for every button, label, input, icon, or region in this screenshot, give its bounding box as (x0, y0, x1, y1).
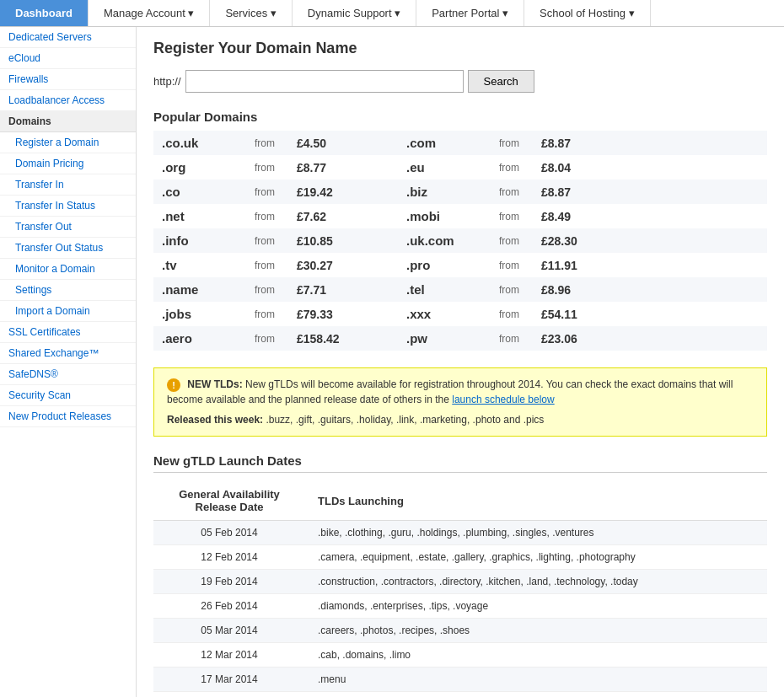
launch-date: 05 Mar 2014 (153, 619, 305, 643)
launch-row: 12 Feb 2014 .camera, .equipment, .estate… (153, 545, 767, 570)
sidebar-item-security-scan[interactable]: Security Scan (0, 385, 136, 406)
from-label-left: from (255, 137, 275, 149)
from-label-left: from (255, 186, 275, 198)
released-items: .buzz, .gift, .guitars, .holiday, .link,… (266, 414, 544, 426)
from-label-right: from (499, 333, 519, 345)
price-left: £30.27 (297, 259, 333, 272)
launch-table-header-tlds: TLDs Launching (305, 481, 767, 521)
domain-ext-left: .co.uk (162, 136, 198, 150)
from-label-right: from (499, 260, 519, 271)
launch-tlds: .cab, .domains, .limo (305, 643, 767, 668)
domain-ext-right: .mobi (406, 209, 440, 223)
from-label-right: from (499, 137, 519, 149)
sidebar-item-ecloud[interactable]: eCloud (0, 48, 136, 69)
page-title: Register Your Domain Name (153, 40, 767, 57)
sidebar-item-ssl-certificates[interactable]: SSL Certificates (0, 322, 136, 343)
price-right: £8.87 (541, 137, 571, 150)
price-left: £8.77 (297, 161, 326, 174)
price-right: £8.49 (541, 210, 571, 223)
price-right: £8.04 (541, 161, 571, 174)
domain-row: .org from £8.77 .eu from £8.04 (153, 155, 767, 180)
sidebar-item-domain-pricing[interactable]: Domain Pricing (0, 153, 136, 174)
launch-tlds: .careers, .photos, .recipes, .shoes (305, 619, 767, 643)
sidebar-item-new-product-releases[interactable]: New Product Releases (0, 406, 136, 427)
sidebar-item-dedicated-servers[interactable]: Dedicated Servers (0, 27, 136, 48)
nav-school-of-hosting[interactable]: School of Hosting ▾ (524, 0, 651, 26)
notice-icon: ! (167, 378, 180, 392)
sidebar-item-transfer-in-status[interactable]: Transfer In Status (0, 196, 136, 217)
from-label-right: from (499, 162, 519, 174)
domain-ext-left: .aero (162, 331, 192, 346)
page-layout: Dedicated Servers eCloud Firewalls Loadb… (0, 27, 784, 697)
domain-ext-left: .jobs (162, 307, 191, 321)
launch-tlds: .construction, .contractors, .directory,… (305, 570, 767, 594)
domain-row: .info from £10.85 .uk.com from £28.30 (153, 228, 767, 253)
domain-ext-left: .net (162, 209, 185, 223)
domain-ext-right: .biz (406, 185, 427, 199)
from-label-left: from (255, 260, 275, 271)
sidebar-item-shared-exchange[interactable]: Shared Exchange™ (0, 343, 136, 364)
launch-row: 17 Mar 2014 .menu (153, 668, 767, 692)
domain-ext-left: .tv (162, 258, 177, 272)
price-right: £28.30 (541, 234, 577, 248)
domain-ext-right: .uk.com (406, 233, 454, 248)
released-this-week: Released this week: .buzz, .gift, .guita… (167, 412, 754, 427)
sidebar-item-transfer-out[interactable]: Transfer Out (0, 217, 136, 238)
domain-row: .aero from £158.42 .pw from £23.06 (153, 326, 767, 351)
sidebar-item-import-domain[interactable]: Import a Domain (0, 301, 136, 322)
price-right: £23.06 (541, 332, 577, 346)
launch-row: 19 Feb 2014 .construction, .contractors,… (153, 570, 767, 594)
price-left: £7.71 (297, 283, 326, 297)
sidebar-item-settings[interactable]: Settings (0, 280, 136, 301)
domain-row: .name from £7.71 .tel from £8.96 (153, 277, 767, 302)
launch-row: 26 Feb 2014 .diamonds, .enterprises, .ti… (153, 594, 767, 619)
price-right: £54.11 (541, 308, 577, 321)
sidebar-item-safedns[interactable]: SafeDNS® (0, 364, 136, 385)
notice-link[interactable]: launch schedule below (452, 394, 554, 405)
top-navigation: Dashboard Manage Account ▾ Services ▾ Dy… (0, 0, 784, 27)
new-tlds-notice: ! NEW TLDs: New gTLDs will become availa… (153, 367, 767, 437)
nav-dynamic-support[interactable]: Dynamic Support ▾ (293, 0, 416, 26)
nav-partner-portal[interactable]: Partner Portal ▾ (416, 0, 524, 26)
domain-row: .co.uk from £4.50 .com from £8.87 (153, 131, 767, 155)
sidebar-group-domains: Domains (0, 111, 136, 132)
sidebar-item-transfer-in[interactable]: Transfer In (0, 174, 136, 196)
sidebar: Dedicated Servers eCloud Firewalls Loadb… (0, 27, 137, 697)
launch-row: 05 Mar 2014 .careers, .photos, .recipes,… (153, 619, 767, 643)
sidebar-item-firewalls[interactable]: Firewalls (0, 69, 136, 90)
domain-row: .jobs from £79.33 .xxx from £54.11 (153, 302, 767, 326)
price-left: £4.50 (297, 137, 326, 150)
domain-row: .net from £7.62 .mobi from £8.49 (153, 204, 767, 228)
from-label-right: from (499, 284, 519, 296)
domain-ext-left: .org (162, 160, 185, 174)
price-right: £8.87 (541, 185, 571, 199)
search-button[interactable]: Search (468, 70, 534, 93)
from-label-left: from (255, 211, 275, 223)
notice-bold: NEW TLDs: (187, 378, 242, 390)
from-label-right: from (499, 211, 519, 223)
popular-domains-title: Popular Domains (153, 110, 767, 124)
domain-ext-right: .tel (406, 282, 425, 297)
launch-date: 12 Feb 2014 (153, 545, 305, 570)
launch-date: 12 Mar 2014 (153, 643, 305, 668)
nav-manage-account[interactable]: Manage Account ▾ (89, 0, 210, 26)
launch-row: 12 Mar 2014 .cab, .domains, .limo (153, 643, 767, 668)
from-label-right: from (499, 186, 519, 198)
nav-dashboard[interactable]: Dashboard (0, 0, 89, 26)
domain-search-input[interactable] (185, 70, 464, 93)
sidebar-item-transfer-out-status[interactable]: Transfer Out Status (0, 238, 136, 259)
from-label-right: from (499, 308, 519, 320)
price-right: £11.91 (541, 259, 577, 272)
domain-ext-left: .name (162, 282, 198, 297)
sidebar-item-monitor-domain[interactable]: Monitor a Domain (0, 259, 136, 280)
domain-ext-right: .pw (406, 331, 427, 346)
domain-ext-right: .com (406, 136, 436, 150)
sidebar-item-register-domain[interactable]: Register a Domain (0, 132, 136, 153)
from-label-left: from (255, 162, 275, 174)
from-label-right: from (499, 235, 519, 247)
sidebar-item-loadbalancer[interactable]: Loadbalancer Access (0, 90, 136, 111)
launch-tlds: .menu (305, 668, 767, 692)
price-left: £79.33 (297, 308, 333, 321)
nav-services[interactable]: Services ▾ (210, 0, 292, 26)
from-label-left: from (255, 235, 275, 247)
